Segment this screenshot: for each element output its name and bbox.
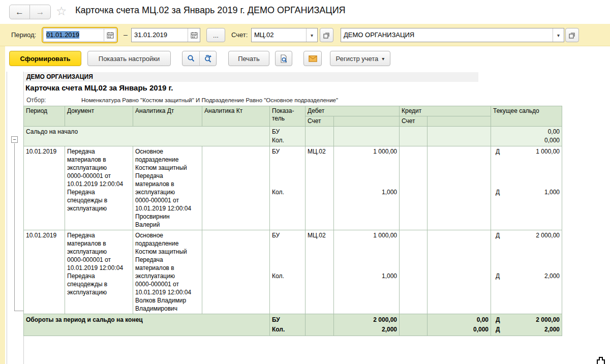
period-to-field[interactable]: 31.01.2019 — [131, 28, 200, 42]
left-form-margin — [0, 46, 5, 364]
table-row[interactable]: 10.01.2019 Передача материалов в эксплуа… — [24, 230, 562, 314]
favorite-star-icon[interactable]: ☆ — [56, 4, 67, 18]
report-toolbar: Сформировать Показать настройки Печать Р… — [0, 46, 610, 71]
totals-debit-cell: 2 000,002,000 — [334, 314, 400, 336]
table-row[interactable]: 10.01.2019 Передача материалов в эксплуа… — [24, 146, 562, 230]
col-header-credit[interactable]: Кредит — [400, 106, 491, 116]
opening-balance-cell: 0,000,000 — [491, 127, 562, 146]
cell-analytics-dt: Основное подразделение Костюм защитный П… — [133, 146, 202, 230]
report-title: Карточка счета МЦ.02 за Январь 2019 г. — [25, 83, 173, 92]
selection-text: Номенклатура Равно "Костюм защитный" И П… — [81, 97, 338, 103]
search-icon — [187, 54, 195, 63]
period-to-value[interactable]: 31.01.2019 — [132, 28, 188, 42]
organization-choose-button[interactable] — [565, 28, 579, 42]
filter-bar: Период: 01.01.2019 – 31.01.2019 ... Счет… — [0, 24, 610, 46]
cell-period: 10.01.2019 — [24, 146, 65, 230]
register-label: Регистр учета — [336, 55, 379, 63]
cell-document: Передача материалов в эксплуатацию 0000-… — [65, 230, 133, 314]
search-next-icon — [204, 54, 212, 63]
print-label: Печать — [238, 55, 260, 63]
cell-credit-account — [400, 230, 428, 314]
cell-analytics-dt: Основное подразделение Костюм защитный П… — [133, 230, 202, 314]
calendar-icon[interactable] — [104, 29, 116, 41]
chevron-down-icon[interactable]: ▾ — [306, 28, 317, 42]
period-from-field[interactable]: 01.01.2019 — [42, 27, 118, 43]
forward-button[interactable]: → — [30, 5, 50, 19]
col-header-analytics-dt[interactable]: Аналитика Дт — [133, 106, 202, 127]
group-tree-line — [14, 143, 15, 311]
organization-combo[interactable]: ДЕМО ОРГАНИЗАЦИЯ ▾ — [341, 28, 564, 42]
totals-row[interactable]: Обороты за период и сальдо на конец БУКо… — [24, 314, 562, 336]
choose-form-icon — [323, 32, 330, 39]
period-range-dash: – — [124, 31, 128, 39]
group-collapse-toggle[interactable]: − — [11, 136, 18, 143]
col-header-balance[interactable]: Текущее сальдо — [491, 106, 562, 127]
account-card-table[interactable]: Период Документ Аналитика Дт Аналитика К… — [23, 106, 562, 336]
search-next-button[interactable] — [199, 51, 216, 66]
col-header-credit-amount[interactable] — [428, 116, 491, 127]
cell-credit-account — [400, 146, 428, 230]
account-choose-button[interactable] — [320, 28, 333, 42]
opening-balance-row[interactable]: Сальдо на начало БУКол. 0,000,000 — [24, 127, 562, 146]
chevron-down-icon: ▾ — [382, 56, 384, 62]
back-arrow-icon: ← — [15, 7, 24, 17]
page-title: Карточка счета МЦ.02 за Январь 2019 г. Д… — [75, 5, 346, 16]
col-header-debit[interactable]: Дебет — [306, 106, 400, 116]
col-header-period[interactable]: Период — [24, 106, 65, 127]
cell-debit-account: МЦ.02 — [306, 230, 334, 314]
cell-debit-amount: 1 000,001,000 — [334, 230, 400, 314]
group-tree-elbow — [14, 311, 23, 311]
back-button[interactable]: ← — [10, 5, 30, 19]
generate-label: Сформировать — [20, 55, 70, 63]
cell-credit-amount — [428, 146, 491, 230]
show-settings-button[interactable]: Показать настройки — [87, 51, 171, 66]
cell-analytics-kt — [202, 146, 270, 230]
register-menu-button[interactable]: Регистр учета ▾ — [330, 51, 390, 66]
account-combo[interactable]: МЦ.02 ▾ — [251, 28, 318, 42]
cell-debit-amount: 1 000,001,000 — [334, 146, 400, 230]
history-nav-group: ← → — [9, 5, 51, 19]
cell-indicator: БУКол. — [270, 230, 306, 314]
period-from-value[interactable]: 01.01.2019 — [46, 31, 79, 39]
selection-label: Отбор: — [26, 97, 46, 104]
window-corner-glyph — [596, 355, 606, 364]
col-header-indicator[interactable]: Показа- тель — [270, 106, 306, 127]
print-preview-icon — [280, 54, 288, 63]
cell-balance: Д2 000,00 Д2,000 — [491, 230, 562, 314]
col-header-debit-account[interactable]: Счет — [306, 116, 334, 127]
calendar-icon[interactable] — [188, 28, 200, 42]
organization-value[interactable]: ДЕМО ОРГАНИЗАЦИЯ — [341, 28, 553, 42]
report-left-separator — [7, 72, 7, 364]
totals-indicator-cell: БУКол. — [270, 314, 306, 336]
col-header-credit-account[interactable]: Счет — [400, 116, 428, 127]
cell-document: Передача материалов в эксплуатацию 0000-… — [65, 146, 133, 230]
ellipsis-label: ... — [213, 32, 219, 39]
totals-balance-cell: Д2 000,00 Д2,000 — [491, 314, 562, 336]
totals-label: Обороты за период и сальдо на конец — [24, 314, 270, 336]
forward-arrow-icon: → — [36, 7, 45, 17]
chevron-down-icon[interactable]: ▾ — [553, 28, 564, 42]
col-header-document[interactable]: Документ — [65, 106, 133, 127]
generate-button[interactable]: Сформировать — [9, 51, 81, 66]
account-value[interactable]: МЦ.02 — [252, 28, 306, 42]
period-label: Период: — [11, 31, 36, 39]
cell-indicator: БУКол. — [270, 146, 306, 230]
settings-label: Показать настройки — [99, 55, 160, 63]
print-button[interactable]: Печать — [228, 51, 269, 66]
print-preview-button[interactable] — [275, 51, 292, 66]
opening-indicator-cell: БУКол. — [270, 127, 306, 146]
cell-debit-account: МЦ.02 — [306, 146, 334, 230]
cell-credit-amount — [428, 230, 491, 314]
title-bar: ← → ☆ Карточка счета МЦ.02 за Январь 201… — [0, 0, 610, 24]
report-organization-band: ДЕМО ОРГАНИЗАЦИЯ — [24, 72, 478, 82]
cell-period: 10.01.2019 — [24, 230, 65, 314]
cell-analytics-kt — [202, 230, 270, 314]
cell-balance: Д1 000,00 Д1,000 — [491, 146, 562, 230]
send-email-button[interactable] — [303, 51, 322, 66]
period-more-button[interactable]: ... — [206, 28, 225, 42]
col-header-analytics-kt[interactable]: Аналитика Кт — [202, 106, 270, 127]
col-header-debit-amount[interactable] — [334, 116, 400, 127]
totals-credit-cell: 0,000,000 — [428, 314, 491, 336]
search-button[interactable] — [182, 51, 199, 66]
email-icon — [309, 55, 317, 62]
